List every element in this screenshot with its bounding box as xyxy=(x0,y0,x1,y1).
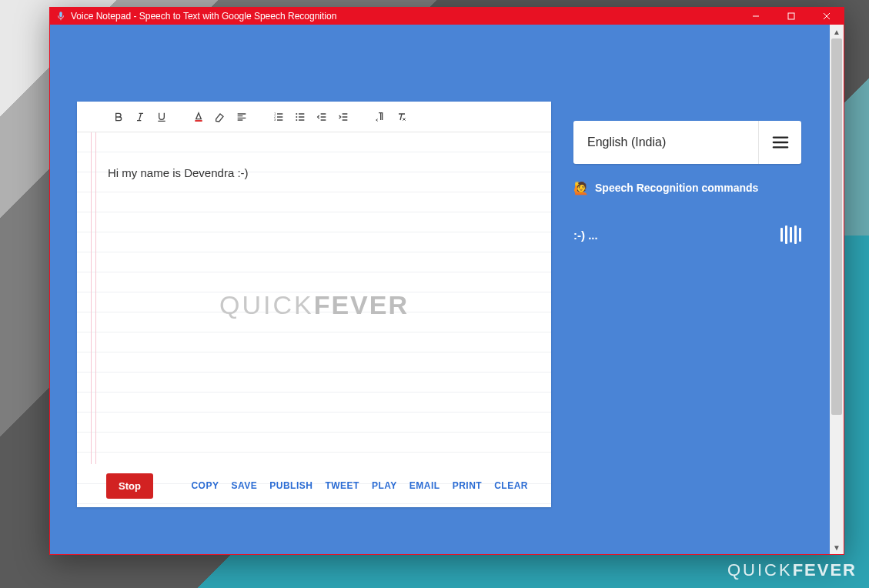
language-label: English (India) xyxy=(573,135,758,149)
rtl-button[interactable] xyxy=(369,106,391,128)
save-link[interactable]: SAVE xyxy=(231,480,257,491)
stop-button[interactable]: Stop xyxy=(106,473,153,499)
scroll-thumb[interactable] xyxy=(831,38,842,415)
svg-point-7 xyxy=(296,116,297,118)
email-link[interactable]: EMAIL xyxy=(409,480,440,491)
italic-button[interactable] xyxy=(129,106,151,128)
menu-icon[interactable] xyxy=(758,121,801,164)
client-area: 123 Hi my name is Devendra :-) QUICKFEVE… xyxy=(49,25,844,555)
titlebar[interactable]: Voice Notepad - Speech to Text with Goog… xyxy=(49,7,844,25)
watermark: QUICKFEVER xyxy=(219,289,409,319)
side-panel: English (India) 🙋 Speech Recognition com… xyxy=(573,121,801,244)
clear-link[interactable]: CLEAR xyxy=(494,480,528,491)
editor-textarea[interactable]: Hi my name is Devendra :-) QUICKFEVER xyxy=(77,132,551,476)
editor-content: Hi my name is Devendra :-) xyxy=(108,166,249,179)
commands-link[interactable]: 🙋 Speech Recognition commands xyxy=(573,181,801,195)
commands-label: Speech Recognition commands xyxy=(595,182,758,194)
bold-button[interactable] xyxy=(108,106,129,128)
svg-point-6 xyxy=(296,113,297,115)
status-row: :-) ... xyxy=(573,226,801,244)
editor-toolbar: 123 xyxy=(77,102,551,132)
footer-watermark: QUICKFEVER xyxy=(727,560,857,580)
scroll-up-arrow[interactable]: ▲ xyxy=(830,25,844,38)
notepad-panel: 123 Hi my name is Devendra :-) QUICKFEVE… xyxy=(77,102,551,507)
app-icon xyxy=(55,11,66,22)
scroll-track[interactable] xyxy=(830,38,844,540)
maximize-button[interactable] xyxy=(774,7,809,25)
clear-format-button[interactable] xyxy=(391,106,413,128)
align-button[interactable] xyxy=(231,106,252,128)
print-link[interactable]: PRINT xyxy=(453,480,483,491)
content-area: 123 Hi my name is Devendra :-) QUICKFEVE… xyxy=(50,25,830,554)
unordered-list-button[interactable] xyxy=(289,106,311,128)
text-color-button[interactable] xyxy=(188,106,209,128)
scroll-down-arrow[interactable]: ▼ xyxy=(830,540,844,554)
window-title: Voice Notepad - Speech to Text with Goog… xyxy=(71,11,336,22)
svg-rect-0 xyxy=(59,12,62,17)
indent-button[interactable] xyxy=(333,106,354,128)
ordered-list-button[interactable]: 123 xyxy=(268,106,289,128)
svg-rect-2 xyxy=(195,120,202,122)
status-text: :-) ... xyxy=(573,229,598,242)
close-button[interactable] xyxy=(809,7,844,25)
minimize-button[interactable] xyxy=(738,7,774,25)
copy-link[interactable]: COPY xyxy=(191,480,219,491)
svg-rect-1 xyxy=(788,13,794,19)
outdent-button[interactable] xyxy=(311,106,333,128)
audio-wave-icon xyxy=(780,226,801,244)
vertical-scrollbar[interactable]: ▲ ▼ xyxy=(830,25,844,554)
publish-link[interactable]: PUBLISH xyxy=(269,480,313,491)
svg-point-8 xyxy=(296,119,297,121)
tweet-link[interactable]: TWEET xyxy=(325,480,359,491)
underline-button[interactable] xyxy=(151,106,172,128)
language-selector[interactable]: English (India) xyxy=(573,121,801,164)
play-link[interactable]: PLAY xyxy=(372,480,397,491)
commands-icon: 🙋 xyxy=(573,181,587,195)
app-window: Voice Notepad - Speech to Text with Goog… xyxy=(49,7,844,555)
action-bar: Stop COPY SAVE PUBLISH TWEET PLAY EMAIL … xyxy=(77,464,551,507)
highlight-button[interactable] xyxy=(209,106,231,128)
svg-text:3: 3 xyxy=(274,118,276,122)
